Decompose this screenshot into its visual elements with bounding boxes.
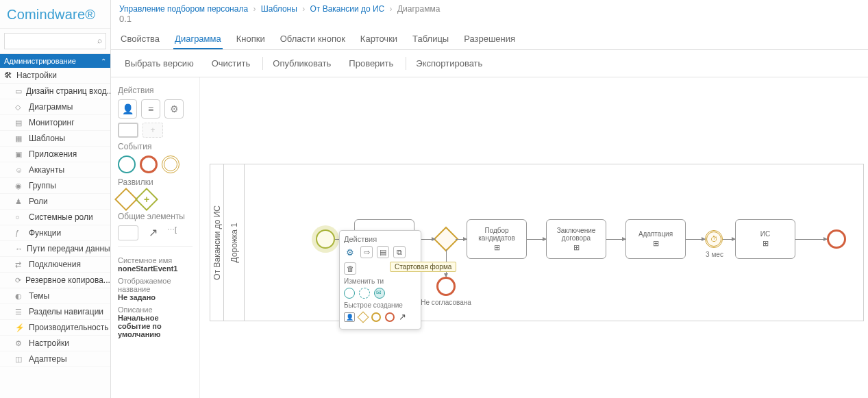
toolbar: Выбрать версию Очистить Опубликовать Про…: [111, 50, 868, 77]
palette-subprocess[interactable]: [118, 123, 138, 138]
sidebar-item[interactable]: ◇Диаграммы: [0, 99, 110, 115]
end-event-node[interactable]: [827, 229, 846, 249]
ctx-create-timer[interactable]: [371, 312, 381, 322]
form-icon[interactable]: ▤: [377, 246, 389, 258]
tab-buttonareas[interactable]: Области кнопок: [279, 28, 347, 49]
toolbar-export[interactable]: Экспортировать: [406, 57, 488, 70]
sidebar-item[interactable]: ▤Мониторинг: [0, 115, 110, 131]
sidebar-section-admin[interactable]: Администрирование ⌃: [0, 54, 110, 68]
breadcrumb-link[interactable]: Шаблоны: [261, 4, 297, 14]
sequence-flow[interactable]: [795, 239, 827, 240]
tab-diagram[interactable]: Диаграмма: [173, 28, 223, 49]
tab-buttons[interactable]: Кнопки: [235, 28, 266, 49]
start-event-node[interactable]: [316, 229, 335, 249]
sidebar-group-settings[interactable]: 🛠 Настройки: [0, 68, 110, 84]
palette-start-event[interactable]: [118, 156, 136, 173]
nav-icon: ☰: [15, 308, 25, 316]
tab-permissions[interactable]: Разрешения: [462, 28, 517, 49]
sidebar-item[interactable]: ƒФункции: [0, 225, 110, 241]
palette-annotation[interactable]: ⋯[: [167, 225, 177, 240]
breadcrumb: Управление подбором персонала › Шаблоны …: [111, 0, 868, 14]
backup-icon: ⟳: [15, 276, 21, 285]
tab-properties[interactable]: Свойства: [119, 28, 161, 49]
palette-service-task[interactable]: ⚙: [164, 99, 184, 119]
palette-script-task[interactable]: ≡: [141, 99, 160, 119]
palette-end-event[interactable]: [140, 156, 158, 173]
toolbar-publish[interactable]: Опубликовать: [262, 57, 336, 70]
sidebar-item[interactable]: ▦Шаблоны: [0, 131, 110, 147]
sequence-flow[interactable]: [723, 239, 735, 240]
diagram-canvas[interactable]: От Вакансии до ИС Дорожка 1: [200, 77, 868, 398]
sidebar-item[interactable]: ♟Роли: [0, 194, 110, 210]
palette-gateway-parallel[interactable]: [135, 188, 158, 211]
sidebar-item[interactable]: ◫Адаптеры: [0, 351, 110, 367]
pool-label-strip[interactable]: От Вакансии до ИС: [210, 164, 224, 321]
palette-timer-event[interactable]: [162, 156, 179, 173]
gateway-node[interactable]: [434, 227, 459, 252]
palette-pool[interactable]: [118, 225, 138, 240]
task-node[interactable]: Адаптация ⊞: [625, 219, 686, 259]
ctx-evt-message[interactable]: [374, 288, 385, 299]
ctx-create-task[interactable]: 👤: [344, 312, 355, 322]
task-node[interactable]: Подбор кандидатов ⊞: [467, 219, 527, 259]
task-label: ИС: [760, 230, 770, 238]
palette-sequence-flow[interactable]: ↗: [142, 225, 163, 239]
end-event-node[interactable]: [436, 277, 456, 296]
dataflow-icon: ↔: [15, 245, 23, 253]
sidebar-item[interactable]: ◉Группы: [0, 178, 110, 194]
sequence-flow[interactable]: [527, 239, 546, 240]
palette-gateway-exclusive[interactable]: [114, 188, 138, 211]
accounts-icon: ☺: [15, 166, 25, 174]
tab-cards[interactable]: Карточки: [359, 28, 399, 49]
toolbar-validate[interactable]: Проверить: [343, 57, 399, 70]
lane[interactable]: Не согласована Подбор кандидатов ⊞ Заклю…: [245, 164, 863, 321]
chevron-up-icon: ⌃: [101, 58, 106, 65]
element-context-menu: Действия ⚙ ⇨ ▤ ⧉ 🗑 Изменить ти: [339, 230, 421, 329]
sidebar-group-label: Настройки: [16, 71, 57, 80]
sidebar-item-label: Шаблоны: [29, 134, 65, 143]
sequence-flow[interactable]: [456, 239, 467, 240]
ctx-evt-non-interrupting[interactable]: [359, 288, 370, 299]
sidebar-item[interactable]: ▣Приложения: [0, 147, 110, 162]
search-wrap: ⌕: [0, 29, 110, 54]
copy-icon[interactable]: ⧉: [393, 246, 406, 258]
ctx-create-gateway[interactable]: [358, 311, 369, 323]
toolbar-clear[interactable]: Очистить: [206, 57, 256, 70]
ctx-create-end[interactable]: [385, 312, 395, 322]
settings-icon: ⚙: [15, 339, 25, 348]
pool[interactable]: От Вакансии до ИС Дорожка 1: [210, 164, 864, 321]
tab-tables[interactable]: Таблицы: [411, 28, 450, 49]
sidebar-item[interactable]: ☰Разделы навигации: [0, 304, 110, 320]
sidebar-item[interactable]: ⚙Настройки: [0, 336, 110, 351]
task-node[interactable]: Заключение договора ⊞: [546, 219, 606, 259]
export-icon[interactable]: ⇨: [360, 246, 373, 258]
sidebar-item[interactable]: ⇄Подключения: [0, 257, 110, 273]
sidebar-item[interactable]: ⟳Резервное копирова...: [0, 273, 110, 288]
sidebar-item[interactable]: ▭Дизайн страниц вход...: [0, 84, 110, 99]
sequence-flow[interactable]: [686, 239, 705, 240]
sidebar-item[interactable]: ◐Темы: [0, 288, 110, 304]
breadcrumb-link[interactable]: Управление подбором персонала: [119, 4, 248, 14]
lane-label: Дорожка 1: [230, 223, 239, 262]
delete-icon[interactable]: 🗑: [344, 262, 356, 275]
timer-event-node[interactable]: ⏱: [705, 230, 723, 248]
toolbar-select-version[interactable]: Выбрать версию: [119, 57, 199, 70]
palette-add-task[interactable]: +: [142, 123, 163, 138]
sidebar: Comindware® ⌕ Администрирование ⌃ 🛠 Наст…: [0, 0, 111, 398]
lane-label-strip[interactable]: Дорожка 1: [224, 164, 245, 321]
ctx-evt-none[interactable]: [344, 288, 355, 299]
gear-icon[interactable]: ⚙: [344, 246, 356, 258]
palette-user-task[interactable]: 👤: [118, 99, 137, 119]
sidebar-item[interactable]: ↔Пути передачи данных: [0, 241, 110, 257]
ctx-create-flow[interactable]: ↗: [399, 312, 406, 322]
sidebar-item-label: Адаптеры: [29, 354, 67, 364]
sidebar-item[interactable]: ○Системные роли: [0, 210, 110, 225]
sidebar-item[interactable]: ⚡Производительность: [0, 320, 110, 336]
sidebar-item[interactable]: ☺Аккаунты: [0, 162, 110, 178]
sequence-flow[interactable]: [606, 239, 625, 240]
search-input[interactable]: [4, 33, 106, 49]
breadcrumb-link[interactable]: От Вакансии до ИС: [310, 4, 385, 14]
task-node[interactable]: ИС ⊞: [735, 219, 795, 259]
sidebar-item-label: Резервное копирова...: [25, 275, 110, 285]
search-icon[interactable]: ⌕: [97, 36, 102, 45]
